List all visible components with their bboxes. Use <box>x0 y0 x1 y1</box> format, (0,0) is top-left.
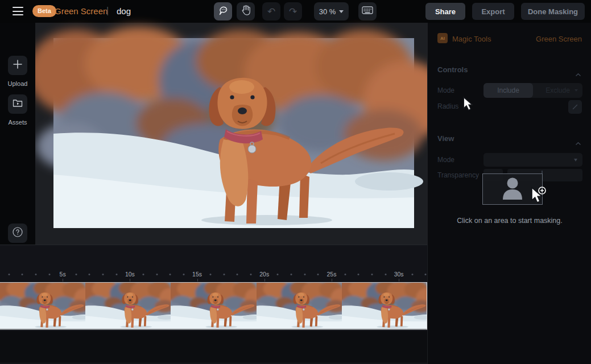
chevron-up-icon[interactable] <box>576 137 581 147</box>
person-silhouette-icon <box>500 177 525 202</box>
green-screen-app: Beta Green Screen | dog ↶ <box>0 0 591 364</box>
masking-hint-text: Click on an area to start masking. <box>428 217 591 225</box>
keyboard-shortcuts-button[interactable] <box>358 2 377 20</box>
mask-mode-label: Mode <box>437 86 454 94</box>
ruler-dot <box>89 274 90 275</box>
hand-pan-tool-button[interactable] <box>237 2 255 20</box>
ruler-dot <box>210 274 212 275</box>
project-name[interactable]: dog <box>117 0 131 23</box>
radius-label: Radius <box>437 102 458 110</box>
ruler-dot <box>8 274 10 275</box>
ruler-dot <box>385 274 386 275</box>
chevron-down-icon <box>339 10 344 13</box>
ruler-dot <box>371 274 373 275</box>
ruler-second-label: 20s <box>259 271 269 278</box>
beta-badge: Beta <box>32 5 56 17</box>
redo-icon: ↷ <box>289 7 297 16</box>
ruler-dot <box>22 274 23 275</box>
ruler-dot <box>183 274 184 275</box>
timeline-ruler[interactable]: 5s10s15s20s25s30s <box>0 245 427 282</box>
ruler-dot <box>304 274 305 275</box>
filmstrip[interactable] <box>0 282 427 330</box>
assets-folder-icon <box>13 98 23 110</box>
ai-magic-tools-icon: AI <box>437 33 448 43</box>
magic-tools-panel: AI Magic Tools Green Screen Controls Mod… <box>427 23 591 364</box>
upload-button[interactable] <box>8 56 27 75</box>
app-title: Green Screen <box>55 0 108 23</box>
keyboard-icon <box>362 6 373 17</box>
timeline-bottom-divider <box>0 363 427 363</box>
export-button[interactable]: Export <box>472 3 514 20</box>
ruler-tick <box>63 279 63 282</box>
ruler-dot <box>170 274 171 275</box>
click-to-mask-cursor-icon <box>528 185 549 205</box>
ruler-second-label: 30s <box>394 271 404 278</box>
view-mode-dropdown[interactable] <box>483 153 582 167</box>
controls-section-header[interactable]: Controls <box>437 65 468 74</box>
ruler-second-label: 25s <box>327 271 336 278</box>
share-button[interactable]: Share <box>425 3 465 20</box>
ruler-dot <box>291 274 292 275</box>
ruler-dot <box>358 274 359 275</box>
mask-mode-segmented-control: Include Exclude <box>483 83 582 98</box>
view-section-header[interactable]: View <box>437 134 454 143</box>
filmstrip-frame[interactable] <box>342 283 427 329</box>
assets-label: Assets <box>0 119 35 126</box>
view-mode-label: Mode <box>437 156 454 164</box>
ruler-tick <box>197 279 198 282</box>
plus-icon <box>13 59 23 72</box>
zoom-level-value: 30 % <box>319 7 336 16</box>
ruler-dot <box>250 274 252 275</box>
active-tool-name: Green Screen <box>536 35 582 43</box>
ruler-dot <box>237 274 238 275</box>
radius-brush-button[interactable] <box>568 100 582 114</box>
assets-button[interactable] <box>8 94 27 114</box>
masking-instruction-thumbnail <box>482 173 543 205</box>
lasso-select-tool-button[interactable] <box>214 2 232 20</box>
upload-label: Upload <box>0 80 35 87</box>
ruler-dot <box>344 274 346 275</box>
lasso-icon <box>217 5 229 18</box>
ruler-dot <box>35 274 36 275</box>
ruler-second-label: 5s <box>60 271 66 278</box>
filmstrip-frame[interactable] <box>257 283 342 329</box>
ruler-dot <box>277 274 279 275</box>
ruler-dot <box>102 274 104 275</box>
left-sidebar: Upload Assets Help <box>0 23 35 245</box>
ruler-dot <box>115 274 117 275</box>
chevron-up-icon[interactable] <box>576 68 581 78</box>
menu-icon[interactable] <box>13 7 23 15</box>
ruler-dot <box>156 274 158 275</box>
help-icon <box>12 226 23 240</box>
ruler-dot <box>48 274 50 275</box>
ruler-dot <box>425 274 427 275</box>
ruler-tick <box>399 279 399 282</box>
ruler-dot <box>143 274 144 275</box>
done-masking-button[interactable]: Done Masking <box>521 3 585 20</box>
chevron-down-icon <box>575 89 578 92</box>
chevron-down-icon <box>574 159 577 162</box>
hand-icon <box>240 5 251 18</box>
zoom-level-dropdown[interactable]: 30 % <box>314 2 349 20</box>
canvas-area <box>35 23 427 245</box>
filmstrip-frame[interactable] <box>171 283 256 329</box>
panel-title: Magic Tools <box>452 35 491 43</box>
filmstrip-frame[interactable] <box>85 283 171 329</box>
timeline-track-area[interactable] <box>0 331 427 364</box>
mode-exclude-label: Exclude <box>545 86 570 94</box>
ruler-tick <box>130 279 130 282</box>
ruler-tick <box>264 279 265 282</box>
help-button[interactable] <box>8 224 27 243</box>
ruler-second-label: 15s <box>192 271 202 278</box>
mode-include-option[interactable]: Include <box>483 83 533 98</box>
mode-exclude-option[interactable]: Exclude <box>533 83 582 98</box>
top-bar: Beta Green Screen | dog ↶ <box>0 0 591 23</box>
filmstrip-frame[interactable] <box>0 283 85 329</box>
video-preview-frame[interactable] <box>53 38 414 228</box>
title-divider: | <box>106 0 109 22</box>
undo-button[interactable]: ↶ <box>262 2 280 20</box>
redo-button[interactable]: ↷ <box>284 2 302 20</box>
ruler-dot <box>317 274 319 275</box>
ruler-dot <box>75 274 77 275</box>
undo-icon: ↶ <box>267 7 275 16</box>
